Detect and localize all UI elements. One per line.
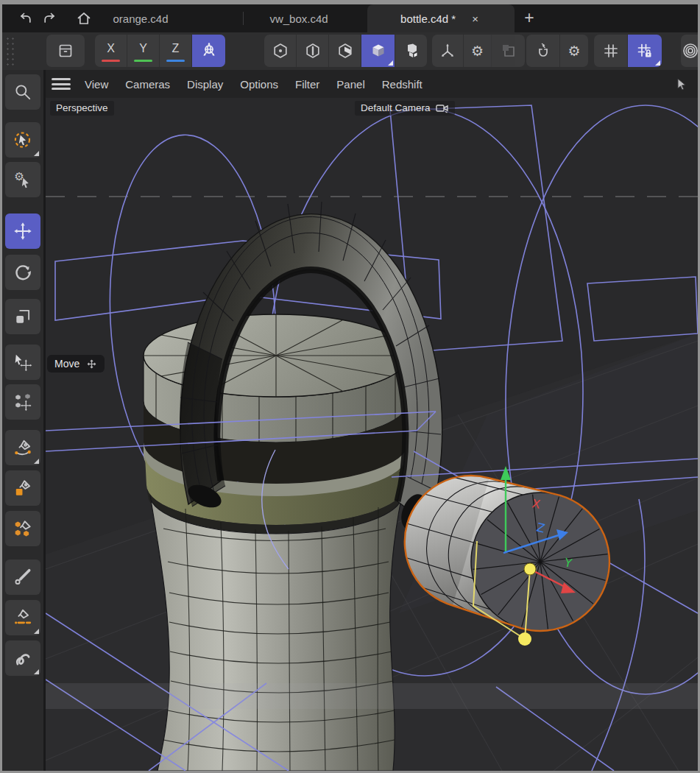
submenu-corner (655, 60, 660, 66)
menu-panel[interactable]: Panel (336, 78, 364, 91)
gizmo-origin-handle[interactable] (524, 563, 536, 575)
line-cut-tool[interactable] (5, 600, 40, 635)
rectangle-pen-icon (13, 479, 32, 498)
project-box-button[interactable] (46, 35, 85, 67)
move-tool[interactable] (5, 213, 40, 249)
axis-y-label: Y (139, 43, 147, 54)
tab-label: orange.c4d (113, 13, 168, 25)
box-icon (57, 42, 74, 60)
menu-cameras[interactable]: Cameras (125, 78, 170, 91)
live-selection-tool[interactable] (5, 122, 40, 158)
grid-toggle-button[interactable] (594, 35, 627, 67)
gear-cursor-icon: ⚙ (13, 170, 32, 189)
menu-view[interactable]: View (85, 78, 108, 91)
home-button[interactable] (76, 10, 92, 27)
submenu-corner (388, 60, 393, 66)
toolbar-group-project (46, 35, 85, 67)
tab-separator (243, 12, 244, 25)
live-selection-icon (13, 130, 32, 149)
menu-display[interactable]: Display (187, 78, 223, 91)
edges-mode-icon (304, 42, 322, 60)
model-mode-cube-icon (370, 42, 387, 60)
document-tab-bar: orange.c4d vw_box.c4d bottle.c4d * × + (2, 4, 698, 32)
submenu-corner (34, 151, 39, 156)
edges-mode-button[interactable] (296, 35, 328, 67)
model-mode-button[interactable] (361, 35, 395, 67)
new-tab-button[interactable]: + (519, 7, 540, 28)
cube-pen-tool[interactable] (5, 511, 40, 546)
close-tab-icon[interactable]: × (469, 13, 481, 25)
view-label[interactable]: Perspective (50, 101, 114, 116)
tab-orange-c4d[interactable]: orange.c4d (96, 4, 185, 32)
svg-text:⚙: ⚙ (14, 170, 24, 183)
viewport-menubar: View Cameras Display Options Filter Pane… (46, 70, 698, 99)
axis-x-color-bar (102, 60, 120, 62)
texture-axis-mode-button[interactable] (395, 35, 427, 67)
squiggle-icon (13, 649, 32, 668)
toolbar-group-snap: ⚙ (526, 35, 588, 67)
menu-redshift[interactable]: Redshift (382, 78, 423, 91)
toolbar-group-grid (594, 35, 662, 67)
camera-label[interactable]: Default Camera (355, 101, 455, 116)
viewport-perspective[interactable]: X Z Y Perspective Default Camera Move (46, 98, 698, 771)
axis-x-label: X (107, 43, 115, 54)
enable-axis-button[interactable] (432, 35, 463, 67)
render-rings-icon (681, 41, 698, 60)
tab-vw-box-c4d[interactable]: vw_box.c4d (255, 4, 342, 32)
move-tooltip-icon (86, 359, 97, 370)
scale-icon (13, 307, 32, 326)
workplane-button[interactable] (491, 35, 525, 67)
redo-icon (42, 10, 58, 27)
menu-filter[interactable]: Filter (295, 78, 319, 91)
tab-bottle-c4d[interactable]: bottle.c4d * × (367, 4, 515, 32)
axis-z-label: Z (172, 43, 180, 54)
axis-x-lock-button[interactable]: X (95, 35, 127, 67)
render-settings-button[interactable] (681, 35, 698, 67)
snap-toggle-button[interactable] (526, 35, 559, 67)
mouse-cursor (677, 79, 687, 91)
viewport-scene: X Z Y (46, 98, 698, 771)
toolbar-group-modes (264, 35, 427, 67)
brush-icon (13, 568, 32, 587)
polygons-mode-icon (336, 42, 354, 60)
texture-mode-icon (403, 42, 420, 60)
move-icon (13, 221, 33, 241)
coordinate-system-button[interactable] (191, 35, 225, 67)
arrange-move-tool[interactable] (5, 384, 40, 420)
submenu-corner (34, 629, 39, 634)
gizmo-axis-handle[interactable] (518, 632, 531, 646)
undo-icon (17, 10, 33, 27)
rectangle-spline-tool[interactable] (5, 470, 40, 506)
tweak-tool[interactable]: ⚙ (5, 162, 40, 197)
modeling-settings-button[interactable]: ⚙ (463, 35, 491, 67)
axis-y-lock-button[interactable]: Y (127, 35, 159, 67)
toolbar-group-axis-edit: ⚙ (432, 35, 525, 67)
redo-button[interactable] (42, 10, 58, 27)
viewport-menu-icon[interactable] (52, 78, 71, 90)
toolbar-group-render (681, 35, 698, 67)
snap-settings-button[interactable]: ⚙ (559, 35, 588, 67)
axis-z-lock-button[interactable]: Z (159, 35, 191, 67)
points-mode-button[interactable] (264, 35, 296, 67)
spline-smooth-tool[interactable] (5, 640, 40, 676)
tab-label: bottle.c4d * (400, 13, 456, 25)
camera-label-text: Default Camera (361, 102, 431, 113)
brush-tool[interactable] (5, 560, 40, 595)
toolbar-drag-handle[interactable] (4, 35, 14, 67)
quantize-lock-button[interactable] (627, 35, 662, 67)
camera-icon (436, 103, 449, 113)
zoom-tool[interactable] (5, 74, 40, 110)
tab-label: vw_box.c4d (269, 13, 328, 25)
points-mode-icon (272, 42, 289, 60)
axis-z-color-bar (166, 60, 185, 62)
grid-icon (602, 42, 620, 60)
cursor-move-tool[interactable] (5, 345, 40, 380)
spline-pen-tool[interactable] (5, 430, 40, 465)
rotate-tool[interactable] (5, 255, 40, 290)
menu-options[interactable]: Options (240, 78, 278, 91)
undo-button[interactable] (17, 10, 33, 27)
scale-tool[interactable] (5, 299, 40, 334)
polygons-mode-button[interactable] (328, 35, 361, 67)
globe-axes-icon (200, 42, 218, 60)
home-icon (76, 10, 92, 27)
